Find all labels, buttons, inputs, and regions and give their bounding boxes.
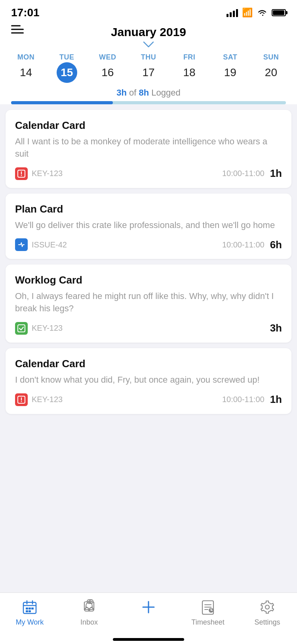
card[interactable]: Plan CardWe'll go deliver this crate lik… <box>6 194 291 259</box>
card-title: Worklog Card <box>15 274 282 286</box>
week-day-num: 17 <box>138 62 159 83</box>
week-day-name: SAT <box>223 53 237 61</box>
week-day-col[interactable]: SUN20 <box>255 53 287 83</box>
svg-point-6 <box>21 401 22 402</box>
card-issue-key: KEY-123 <box>32 395 63 404</box>
card-issue-icon <box>15 238 28 251</box>
card-duration: 1h <box>270 393 282 406</box>
svg-point-2 <box>21 175 22 176</box>
section-divider <box>0 104 297 110</box>
card-footer-right: 10:00-11:001h <box>222 167 282 180</box>
logged-hours: 3h <box>116 88 127 98</box>
progress-bar-fill <box>11 101 113 104</box>
nav-item-my-work[interactable]: My Work <box>10 598 50 627</box>
card-footer-left: ISSUE-42 <box>15 238 67 251</box>
card-time: 10:00-11:00 <box>222 169 265 178</box>
progress-bar <box>11 101 286 104</box>
card-time: 10:00-11:00 <box>222 240 265 249</box>
week-day-name: SUN <box>263 53 279 61</box>
card-footer: KEY-12310:00-11:001h <box>15 167 282 180</box>
week-day-col[interactable]: WED16 <box>92 53 124 83</box>
nav-item-timesheet[interactable]: Timesheet <box>188 598 228 627</box>
week-day-col[interactable]: SAT19 <box>214 53 246 83</box>
week-day-col[interactable]: FRI18 <box>173 53 205 83</box>
card-description: Oh, I always feared he might run off lik… <box>15 290 282 315</box>
status-time: 17:01 <box>11 6 40 19</box>
signal-icon <box>227 8 238 17</box>
card-description: I don't know what you did, Fry, but once… <box>15 374 282 386</box>
card-time: 10:00-11:00 <box>222 395 265 404</box>
card[interactable]: Calendar CardI don't know what you did, … <box>6 348 291 414</box>
card-description: All I want is to be a monkey of moderate… <box>15 136 282 160</box>
inbox-icon <box>80 598 98 616</box>
card-title: Calendar Card <box>15 119 282 132</box>
card-duration: 6h <box>270 239 282 251</box>
timesheet-icon <box>199 598 217 616</box>
total-hours: 8h <box>139 88 149 98</box>
card[interactable]: Worklog CardOh, I always feared he might… <box>6 264 291 343</box>
card-footer-left: KEY-123 <box>15 393 63 406</box>
week-day-name: WED <box>99 53 116 61</box>
card-footer: ISSUE-4210:00-11:006h <box>15 238 282 251</box>
my-work-label: My Work <box>16 618 44 627</box>
page-title: January 2019 <box>111 25 186 39</box>
card-footer-left: KEY-123 <box>15 322 63 335</box>
wifi-icon <box>257 9 268 17</box>
cards-container: Calendar CardAll I want is to be a monke… <box>0 110 297 414</box>
progress-logged-label: Logged <box>151 88 180 98</box>
inbox-label: Inbox <box>80 618 98 627</box>
week-day-num: 16 <box>97 62 118 83</box>
svg-rect-15 <box>29 610 31 612</box>
progress-section: 3h of 8h Logged <box>0 84 297 104</box>
add-icon <box>140 598 157 616</box>
card-duration: 3h <box>270 322 282 334</box>
card-footer: KEY-12310:00-11:001h <box>15 393 282 406</box>
week-day-num: 14 <box>16 62 36 83</box>
header: January 2019 <box>0 20 297 39</box>
svg-rect-12 <box>29 608 31 610</box>
timesheet-label: Timesheet <box>191 618 224 627</box>
settings-icon <box>259 598 276 616</box>
card-issue-key: KEY-123 <box>32 324 63 333</box>
status-icons: 📶 <box>227 8 286 18</box>
week-day-num: 20 <box>261 62 281 83</box>
nav-item-inbox[interactable]: Inbox <box>69 598 109 627</box>
svg-rect-14 <box>26 610 28 612</box>
wifi-icon: 📶 <box>242 8 253 18</box>
my-work-icon <box>21 598 38 616</box>
card-issue-icon <box>15 167 28 180</box>
week-day-col[interactable]: THU17 <box>133 53 164 83</box>
chevron-down-icon <box>143 41 154 48</box>
card-issue-icon <box>15 393 28 406</box>
nav-item-settings[interactable]: Settings <box>248 598 287 627</box>
card-footer: KEY-1233h <box>15 322 282 335</box>
svg-point-27 <box>265 605 269 609</box>
week-day-name: THU <box>141 53 156 61</box>
card-description: We'll go deliver this crate like profess… <box>15 219 282 232</box>
card-issue-key: KEY-123 <box>32 169 63 178</box>
chevron-down-button[interactable] <box>0 39 297 52</box>
bottom-nav: My Work Inbox <box>0 592 297 644</box>
week-day-name: MON <box>17 53 35 61</box>
nav-item-add[interactable] <box>129 598 168 618</box>
card-footer-right: 10:00-11:006h <box>222 239 282 251</box>
settings-label: Settings <box>254 618 280 627</box>
card-title: Plan Card <box>15 203 282 215</box>
menu-icon[interactable] <box>11 25 24 34</box>
card-title: Calendar Card <box>15 358 282 370</box>
card-duration: 1h <box>270 167 282 180</box>
week-day-name: FRI <box>183 53 196 61</box>
card-issue-icon <box>15 322 28 335</box>
svg-rect-3 <box>18 325 25 332</box>
week-day-name: TUE <box>59 53 74 61</box>
week-day-col[interactable]: TUE15 <box>51 53 83 83</box>
week-day-col[interactable]: MON14 <box>10 53 42 83</box>
week-header: MON14TUE15WED16THU17FRI18SAT19SUN20 <box>0 52 297 84</box>
card-footer-right: 10:00-11:001h <box>222 393 282 406</box>
week-day-num: 19 <box>220 62 240 83</box>
battery-icon <box>272 9 286 16</box>
progress-text: 3h of 8h Logged <box>11 88 286 98</box>
card-issue-key: ISSUE-42 <box>32 240 67 249</box>
card[interactable]: Calendar CardAll I want is to be a monke… <box>6 110 291 188</box>
svg-rect-11 <box>26 608 28 610</box>
